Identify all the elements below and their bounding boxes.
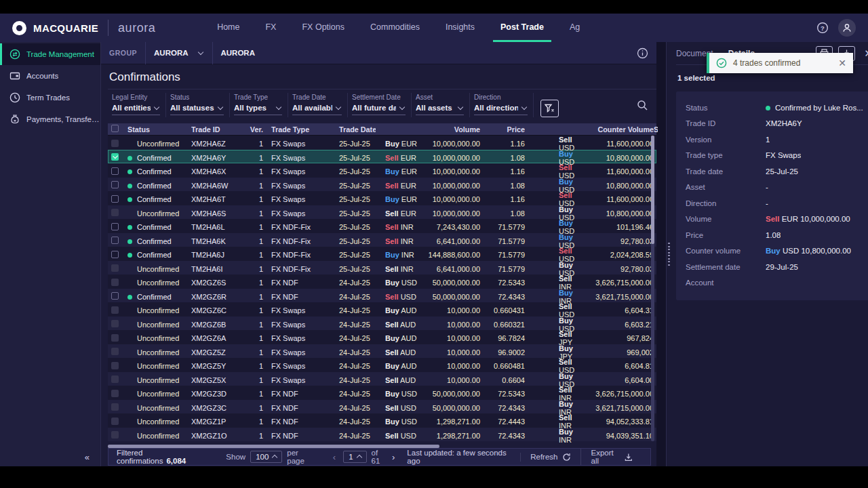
column-header-s[interactable]: S [654, 125, 658, 134]
table-row[interactable]: UnconfirmedXM2GZ6B1FX Swaps24-Jul-25Sell… [108, 317, 656, 331]
version-cell: 1 [244, 237, 263, 245]
table-row[interactable]: UnconfirmedXM2GZ1O1FX NDF24-Jul-25Sell U… [108, 428, 656, 442]
group-selector[interactable]: AURORA [154, 49, 203, 57]
filter-status[interactable]: StatusAll statuses [166, 93, 230, 117]
column-header-trade-date[interactable]: Trade Date [328, 125, 376, 134]
help-icon[interactable]: ? [816, 22, 829, 34]
trade-type-cell: FX NDF-Fix [263, 251, 328, 259]
detail-label: Volume [686, 215, 766, 223]
export-all-button[interactable]: Export all [580, 449, 642, 465]
vertical-scrollbar-thumb[interactable] [651, 136, 654, 244]
table-row[interactable]: UnconfirmedXM2GZ6S1FX NDF24-Jul-25Buy US… [108, 274, 656, 289]
table-row[interactable]: UnconfirmedXM2GZ6C1FX Swaps24-Jul-25Buy … [108, 302, 656, 317]
close-panel-icon[interactable]: ✕ [864, 47, 868, 60]
info-icon[interactable] [637, 47, 648, 59]
row-checkbox[interactable] [111, 237, 119, 244]
trade-id-cell: TM2HA6I [191, 265, 244, 273]
table-row[interactable]: UnconfirmedXM2GZ3C1FX NDF24-Jul-25Sell U… [108, 400, 656, 414]
filter-legal-entity[interactable]: Legal EntityAll entities [108, 93, 166, 117]
nav-item-fx-options[interactable]: FX Options [289, 14, 357, 42]
nav-item-home[interactable]: Home [204, 14, 252, 42]
currency-text: USD [399, 404, 416, 412]
table-row[interactable]: UnconfirmedXM2GZ6A1FX Swaps24-Jul-25Buy … [108, 330, 656, 344]
direction-text: Sell [385, 209, 399, 218]
table-row[interactable]: ConfirmedXM2HA6X1FX Swaps25-Jul-25Buy EU… [108, 163, 656, 178]
prev-page-button[interactable]: ‹ [330, 452, 338, 462]
toast-close-icon[interactable]: ✕ [838, 58, 846, 68]
row-checkbox[interactable] [111, 251, 119, 258]
search-icon[interactable] [637, 100, 648, 111]
group-label: GROUP [109, 49, 137, 57]
row-checkbox [111, 334, 119, 342]
clear-filters-button[interactable] [540, 100, 559, 117]
trade-date-cell: 24-Jul-25 [328, 306, 376, 314]
row-checkbox[interactable] [111, 195, 119, 203]
status-text: Unconfirmed [137, 376, 179, 384]
row-checkbox[interactable] [111, 181, 119, 188]
horizontal-scrollbar-thumb[interactable] [108, 445, 439, 448]
direction-cell: Buy USD [376, 279, 418, 287]
direction-text: Sell [385, 404, 399, 412]
sidebar-collapse-button[interactable]: « [85, 452, 90, 462]
nav-item-insights[interactable]: Insights [433, 14, 488, 42]
column-header-price[interactable]: Price [480, 125, 525, 134]
table-row[interactable]: ConfirmedXM2HA6T1FX Swaps25-Jul-25Buy EU… [108, 191, 656, 205]
price-cell: 71.5779 [480, 223, 525, 231]
column-header-volume[interactable]: Volume [418, 125, 480, 134]
table-row[interactable]: UnconfirmedXM2GZ3D1FX NDF24-Jul-25Buy US… [108, 386, 656, 400]
table-row[interactable]: ConfirmedXM2HA6Y1FX Swaps25-Jul-25Sell E… [108, 150, 656, 164]
table-row[interactable]: UnconfirmedXM2GZ5Y1FX Swaps24-Jul-25Buy … [108, 358, 656, 372]
filter-trade-date[interactable]: Trade DateAll available [288, 93, 348, 117]
sidebar-item-accounts[interactable]: Accounts [0, 65, 100, 87]
column-header-counter-volume[interactable]: Counter Volume [582, 125, 654, 134]
vertical-scrollbar[interactable] [651, 136, 654, 441]
status-text: Unconfirmed [137, 279, 179, 287]
nav-item-commodities[interactable]: Commodities [357, 14, 433, 42]
nav-item-fx[interactable]: FX [252, 14, 289, 42]
row-checkbox[interactable] [111, 153, 119, 161]
table-row[interactable]: UnconfirmedXM2GZ5X1FX Swaps24-Jul-25Sell… [108, 372, 656, 386]
column-header-ver[interactable]: Ver. [244, 125, 263, 134]
filter-trade-type[interactable]: Trade TypeAll types [230, 93, 288, 117]
table-row[interactable]: UnconfirmedXM2HA6S1FX Swaps25-Jul-25Sell… [108, 205, 656, 220]
nav-item-post-trade[interactable]: Post Trade [488, 14, 557, 42]
last-updated: Last updated: a few seconds ago [397, 449, 520, 465]
next-page-button[interactable]: › [389, 452, 397, 462]
panel-resize-handle[interactable] [668, 243, 670, 266]
table-row[interactable]: UnconfirmedXM2GZ5Z1FX Swaps24-Jul-25Sell… [108, 344, 656, 359]
table-row[interactable]: UnconfirmedTM2HA6I1FX NDF-Fix25-Jul-25Se… [108, 261, 656, 275]
filter-direction[interactable]: DirectionAll directions [470, 93, 534, 117]
filter-asset[interactable]: AssetAll assets [412, 93, 470, 117]
table-row[interactable]: ConfirmedXM2HA6W1FX Swaps25-Jul-25Sell E… [108, 178, 656, 192]
page-select[interactable]: 1 [343, 451, 366, 463]
row-checkbox[interactable] [111, 167, 119, 175]
direction-text: Sell [766, 215, 779, 223]
select-all-checkbox[interactable] [111, 125, 119, 132]
page-size-select[interactable]: 100 [250, 451, 282, 463]
sidebar-item-payments-transfers[interactable]: Payments, Transfers & ... [0, 108, 100, 130]
table-row[interactable]: ConfirmedTM2HA6K1FX NDF-Fix25-Jul-25Sell… [108, 233, 656, 247]
table-row[interactable]: ConfirmedXM2GZ6R1FX NDF24-Jul-25Sell USD… [108, 289, 656, 303]
table-row[interactable]: UnconfirmedXM2GZ1P1FX NDF24-Jul-25Buy US… [108, 413, 656, 428]
table-row[interactable]: ConfirmedTM2HA6L1FX NDF-Fix25-Jul-25Sell… [108, 219, 656, 233]
trade-type-cell: FX Swaps [263, 321, 328, 329]
refresh-button[interactable]: Refresh [520, 453, 580, 462]
column-header-trade-type[interactable]: Trade Type [263, 125, 328, 134]
currency-text: USD [399, 390, 417, 398]
trade-id-cell: XM2HA6Y [191, 154, 244, 162]
direction-text: Buy [385, 251, 399, 259]
filter-settlement-date[interactable]: Settlement DateAll future dat... [348, 93, 412, 117]
row-checkbox[interactable] [111, 223, 119, 230]
user-avatar-icon[interactable] [838, 19, 856, 37]
filter-value: All directions [474, 104, 518, 112]
sidebar-item-term-trades[interactable]: Term Trades [0, 87, 100, 108]
direction-text: Buy [559, 219, 573, 227]
nav-item-ag[interactable]: Ag [557, 14, 593, 42]
row-checkbox[interactable] [111, 292, 119, 300]
column-header-trade-id[interactable]: Trade ID [191, 125, 244, 134]
currency-text: AUD [399, 362, 417, 370]
sidebar-item-trade-management[interactable]: Trade Management [0, 43, 100, 65]
table-row[interactable]: UnconfirmedXM2HA6Z1FX Swaps25-Jul-25Buy … [108, 136, 656, 150]
column-header-status[interactable]: Status [127, 125, 191, 134]
table-row[interactable]: ConfirmedTM2HA6J1FX NDF-Fix25-Jul-25Buy … [108, 247, 656, 261]
